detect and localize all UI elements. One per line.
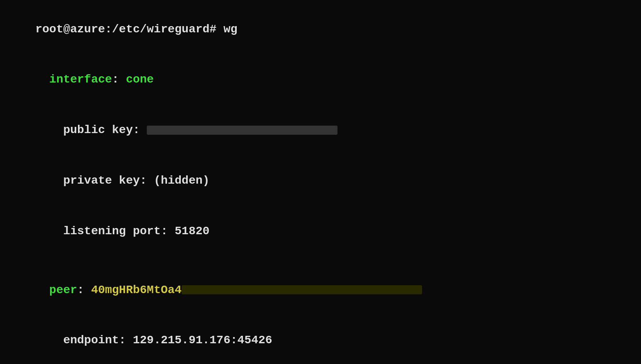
listening-port-label: listening port: [49,225,175,238]
interface-name-line: interface: cone [7,55,634,105]
peer-1-name-line: peer: 40mgHRb6MtOa4 [7,265,634,315]
public-key-label: public key: [49,124,147,136]
colon-1: : [112,73,126,86]
private-key-label: private key: [49,174,154,187]
interface-name: cone [126,73,154,86]
interface-section: interface: cone public key: private key:… [7,55,634,257]
private-key-line: private key: (hidden) [7,155,634,206]
peer-1-endpoint-line: endpoint: 129.215.91.176:45426 [7,315,634,364]
peer-1-id-redacted [182,285,422,294]
prompt-text: root@azure:/etc/wireguard# wg [35,23,237,36]
listening-port-line: listening port: 51820 [7,206,634,257]
peer-1-section: peer: 40mgHRb6MtOa4 endpoint: 129.215.91… [7,265,634,364]
peer-1-id: 40mgHRb6MtOa4 [91,284,182,296]
private-key-value: (hidden) [154,174,209,187]
peer-1-label: peer [49,284,77,296]
public-key-line: public key: [7,105,634,156]
listening-port-value: 51820 [175,225,209,238]
terminal-window: root@azure:/etc/wireguard# wg interface:… [7,4,634,364]
prompt-line: root@azure:/etc/wireguard# wg [7,4,634,55]
public-key-redacted [147,126,337,135]
interface-label: interface [49,73,112,86]
peer-1-endpoint-value: 129.215.91.176:45426 [133,334,272,347]
